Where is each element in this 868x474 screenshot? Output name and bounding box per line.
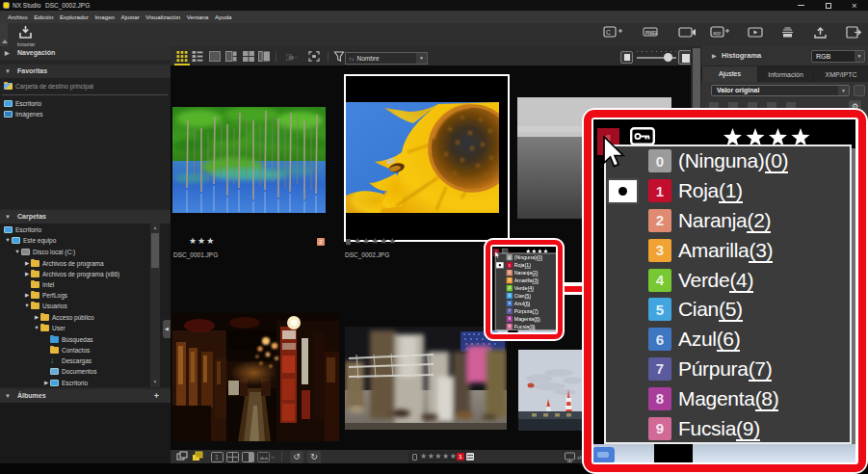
svg-text:C: C xyxy=(606,29,611,36)
svg-text:app: app xyxy=(713,30,722,36)
svg-text:PIXEL: PIXEL xyxy=(645,31,658,36)
svg-text:1: 1 xyxy=(215,454,219,461)
